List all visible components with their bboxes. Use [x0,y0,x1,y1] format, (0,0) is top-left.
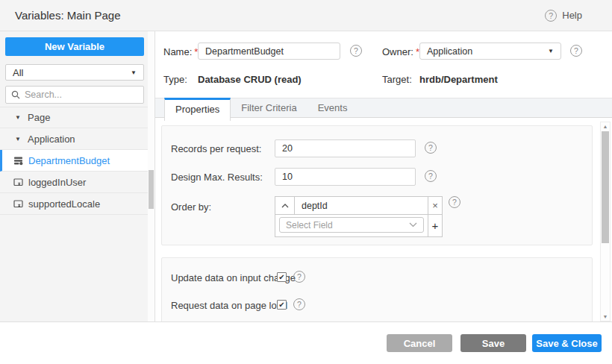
scroll-up-icon[interactable]: ▲ [601,124,610,129]
help-label: Help [562,10,582,21]
expand-caret-icon[interactable]: ▼ [15,136,22,142]
request-data-label: Request data on page load [171,300,287,311]
remove-field-button[interactable]: × [428,197,442,214]
order-by-add-row: Select Field + [275,215,442,236]
sidebar-item-supportedlocale[interactable]: supportedLocale [0,193,149,215]
sidebar-item-loggedinuser[interactable]: loggedInUser [0,172,149,193]
scroll-down-icon[interactable]: ▼ [601,314,610,319]
sidebar-item-departmentbudget[interactable]: DepartmentBudget [0,150,149,172]
chevron-down-icon: ▼ [131,69,137,76]
target-value: hrdb/Department [419,74,498,85]
dialog-footer: Cancel Save Save & Close [0,321,612,364]
tree-item-label: Page [28,112,50,123]
search-input[interactable] [25,90,145,100]
sidebar-item-page[interactable]: ▼ Page [0,107,149,128]
tree-item-label: Application [28,134,75,145]
owner-selected-value: Application [427,46,548,57]
name-help-icon[interactable]: ? [350,45,362,57]
tab-filter-criteria[interactable]: Filter Criteria [231,98,307,118]
design-max-results-label: Design Max. Results: [171,172,263,183]
tab-events[interactable]: Events [307,98,358,118]
tree-item-label: DepartmentBudget [28,155,110,166]
sidebar-scrollbar[interactable] [148,31,154,321]
name-input[interactable] [198,43,340,60]
dialog-header: Variables: Main Page ? Help [0,0,612,31]
request-data-checkbox[interactable]: ✔ [277,300,287,310]
help-icon: ? [545,10,557,22]
name-label: Name:* [163,46,198,57]
move-up-button[interactable] [275,197,295,214]
add-field-button[interactable]: + [428,215,442,236]
records-per-request-input[interactable] [275,139,416,157]
owner-dropdown[interactable]: Application ▼ [419,43,561,60]
update-data-help-icon[interactable]: ? [293,271,305,283]
order-by-label: Order by: [171,201,211,213]
owner-label: Owner:* [382,46,419,57]
chevron-down-icon [409,222,417,228]
chevron-down-icon: ▼ [548,48,554,54]
order-by-widget: deptId × Select Field + [275,196,443,237]
variables-dialog: Variables: Main Page ? Help New Variable… [0,0,612,364]
owner-help-icon[interactable]: ? [570,45,582,57]
variable-icon [13,178,23,187]
tree-item-label: supportedLocale [28,198,100,210]
variable-search [5,86,144,104]
design-max-help-icon[interactable]: ? [425,170,437,182]
type-value: Database CRUD (read) [198,74,302,85]
variable-icon [13,199,23,209]
update-data-checkbox[interactable]: ✔ [277,272,287,282]
detail-tabs: Properties Filter Criteria Events [155,98,612,118]
behavior-section: Update data on input change ✔ ? Request … [161,257,593,326]
variables-tree: ▼ Page ▼ Application DepartmentBudget [0,107,149,215]
request-data-help-icon[interactable]: ? [293,298,305,310]
tab-properties[interactable]: Properties [164,98,231,121]
select-field-wrap: Select Field [275,215,428,236]
variables-sidebar: New Variable All ▼ ▼ Page ▼ Application [0,31,155,321]
records-per-request-label: Records per request: [171,143,261,154]
database-variable-icon [13,156,23,166]
order-by-help-icon[interactable]: ? [449,196,460,208]
expand-caret-icon[interactable]: ▼ [15,114,22,121]
cancel-button[interactable]: Cancel [387,334,452,352]
help-button[interactable]: ? Help [545,10,582,22]
type-label: Type: [163,74,187,85]
design-max-results-input[interactable] [275,168,416,186]
select-field-dropdown[interactable]: Select Field [279,217,424,233]
records-help-icon[interactable]: ? [425,142,437,154]
target-label: Target: [382,74,412,85]
page-title: Variables: Main Page [15,9,120,22]
variable-detail-panel: Name:* ? Owner:* Application ▼ ? Type: D… [155,31,612,322]
request-properties-section: Records per request: ? Design Max. Resul… [161,125,593,245]
variable-filter-dropdown[interactable]: All ▼ [5,64,144,81]
tree-item-label: loggedInUser [28,177,86,188]
order-by-field-value[interactable]: deptId [295,197,428,214]
sidebar-item-application[interactable]: ▼ Application [0,128,149,150]
search-icon [11,90,20,99]
save-button[interactable]: Save [460,334,526,352]
content-scrollbar[interactable]: ▲ ▼ [600,122,611,321]
sidebar-scrollbar-thumb[interactable] [149,170,154,209]
new-variable-button[interactable]: New Variable [5,37,144,56]
save-and-close-button[interactable]: Save & Close [532,334,602,352]
filter-selected-value: All [13,67,131,78]
order-by-entry-row: deptId × [275,197,442,215]
select-field-placeholder: Select Field [286,220,409,230]
content-scrollbar-thumb[interactable] [602,131,609,243]
